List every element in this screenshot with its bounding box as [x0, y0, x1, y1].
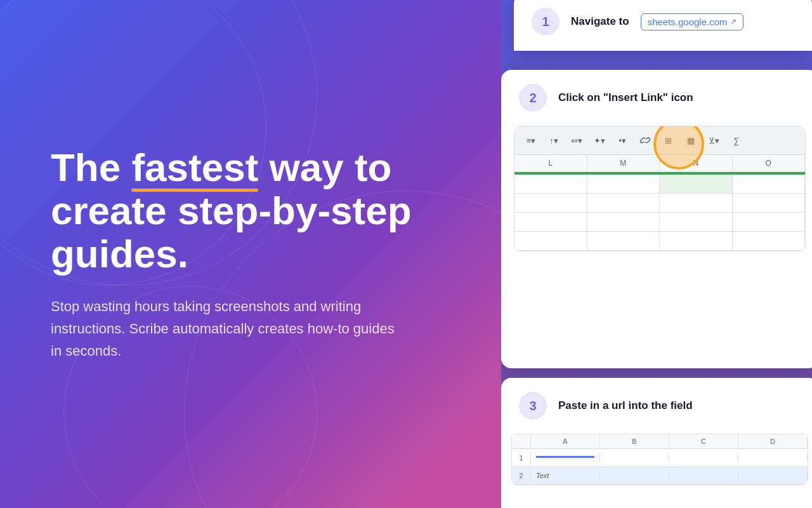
step3-col-B: B [600, 434, 669, 448]
grid-header: L M N O [514, 155, 805, 172]
step-2-screenshot: ≡▾ ↑▾ ⇔▾ ✦▾ •▾ ⊞ ▦ ⊻▾ ∑ [514, 126, 806, 251]
toolbar-filter2-icon[interactable]: ✦▾ [591, 131, 608, 149]
step3-cell-D1[interactable] [738, 455, 808, 461]
toolbar-dot-icon[interactable]: •▾ [613, 131, 631, 149]
cell-L3[interactable] [514, 213, 587, 232]
cell-M2[interactable] [587, 194, 660, 213]
step3-row-num-header [512, 434, 531, 448]
step-card-3: 3 Paste in a url into the field A B C D … [501, 378, 812, 508]
toolbar-link-icon[interactable] [636, 131, 654, 149]
step-card-1: 1 Navigate to sheets.google.com ↗ [514, 0, 812, 51]
col-header-N: N [660, 155, 733, 171]
step3-cell-B1[interactable] [600, 455, 669, 461]
step-1-number: 1 [532, 8, 560, 36]
external-link-icon: ↗ [730, 17, 737, 26]
toolbar-freeze-icon[interactable]: ⇔▾ [568, 131, 586, 149]
col-header-M: M [587, 155, 660, 171]
step-1-link-text: sheets.google.com [648, 17, 728, 27]
cell-M4[interactable] [587, 232, 660, 251]
step3-cell-B2[interactable] [600, 472, 669, 479]
step-2-text: Click on "Insert Link" icon [558, 91, 693, 104]
step3-col-D: D [738, 434, 808, 448]
step3-cell-A1[interactable] [531, 453, 600, 462]
cell-L2[interactable] [514, 194, 587, 213]
title-part1: The [51, 145, 131, 189]
right-panel: 1 Navigate to sheets.google.com ↗ 2 Clic… [501, 0, 812, 508]
spreadsheet-grid-step2: L M N O [514, 155, 805, 251]
toolbar-chart-icon[interactable]: ▦ [682, 131, 700, 149]
cell-N1[interactable] [660, 175, 733, 194]
step3-col-C: C [669, 434, 738, 448]
cell-M1[interactable] [587, 175, 660, 194]
title-part2: way to [258, 145, 391, 189]
title-line3: guides. [51, 232, 188, 276]
step3-cell-C2[interactable] [669, 472, 738, 479]
grid-row-1 [514, 175, 805, 194]
grid-row-2 [514, 194, 805, 213]
blue-bar [536, 456, 594, 458]
cell-M3[interactable] [587, 213, 660, 232]
step-1-link[interactable]: sheets.google.com ↗ [641, 13, 743, 30]
col-header-L: L [514, 155, 587, 171]
step3-rownum-1: 1 [512, 451, 531, 465]
cell-O3[interactable] [733, 213, 806, 232]
hero-title: The fastest way to create step-by-step g… [51, 146, 463, 276]
title-highlight: fastest [131, 146, 258, 189]
step3-cell-C1[interactable] [669, 455, 738, 461]
col-header-O: O [733, 155, 806, 171]
step-2-number: 2 [519, 84, 547, 112]
step-3-screenshot: A B C D 1 2 Text [511, 434, 808, 485]
toolbar-addcol-icon[interactable]: ⊞ [659, 131, 677, 149]
cell-O4[interactable] [733, 232, 806, 251]
cell-O1[interactable] [733, 175, 806, 194]
toolbar-align-icon[interactable]: ≡▾ [522, 131, 540, 149]
step3-row-1: 1 [512, 449, 808, 467]
step-card-2: 2 Click on "Insert Link" icon ≡▾ ↑▾ ⇔▾ ✦… [501, 70, 812, 368]
hero-subtitle: Stop wasting hours taking screenshots an… [51, 295, 406, 363]
cell-N2[interactable] [660, 194, 733, 213]
step3-cell-D2[interactable] [738, 472, 808, 479]
cell-N3[interactable] [660, 213, 733, 232]
step-3-number: 3 [519, 392, 547, 420]
step-3-header: 3 Paste in a url into the field [501, 378, 812, 434]
toolbar-sort-icon[interactable]: ↑▾ [545, 131, 563, 149]
toolbar-filteralt-icon[interactable]: ⊻▾ [705, 131, 723, 149]
cell-N4[interactable] [660, 232, 733, 251]
step-1-header: 1 Navigate to sheets.google.com ↗ [514, 0, 812, 50]
step3-header-row: A B C D [512, 434, 808, 449]
grid-row-3 [514, 213, 805, 232]
left-panel: The fastest way to create step-by-step g… [0, 0, 501, 508]
step-1-text: Navigate to [571, 15, 629, 28]
step-3-text: Paste in a url into the field [558, 399, 693, 412]
toolbar-row: ≡▾ ↑▾ ⇔▾ ✦▾ •▾ ⊞ ▦ ⊻▾ ∑ [514, 126, 805, 155]
cell-O2[interactable] [733, 194, 806, 213]
step3-col-A: A [531, 434, 600, 448]
step3-row-2: 2 Text [512, 467, 808, 485]
step3-rownum-2: 2 [512, 469, 531, 483]
cell-L1[interactable] [514, 175, 587, 194]
toolbar-sum-icon[interactable]: ∑ [728, 131, 745, 149]
step3-cell-A2[interactable]: Text [531, 469, 600, 483]
grid-row-4 [514, 232, 805, 251]
title-line2: create step-by-step [51, 189, 412, 232]
step-2-header: 2 Click on "Insert Link" icon [501, 70, 812, 126]
cell-L4[interactable] [514, 232, 587, 251]
